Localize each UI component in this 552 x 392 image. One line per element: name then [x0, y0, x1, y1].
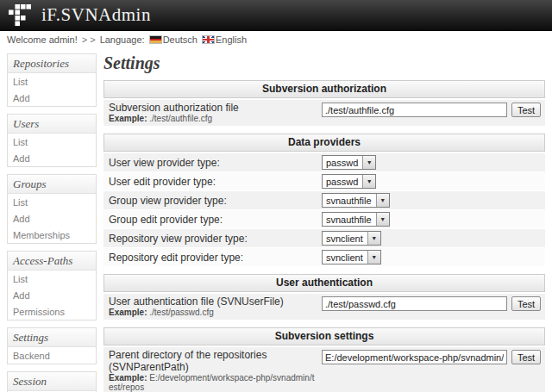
- sidebar-item-add[interactable]: Add: [8, 150, 96, 166]
- sidebar-item-memberships[interactable]: Memberships: [8, 227, 96, 243]
- test-button[interactable]: Test: [511, 103, 541, 117]
- sidebar-item-list[interactable]: List: [8, 194, 96, 210]
- sidebar-section-access-paths: Access-PathsListAddPermissions: [7, 251, 97, 320]
- test-button[interactable]: Test: [511, 350, 541, 364]
- app-logo-icon: [9, 4, 31, 27]
- chevron-down-icon: ▼: [376, 194, 389, 207]
- settings-row: Group edit provider type:svnauthfile▼: [104, 210, 545, 228]
- app-header: iF.SVNAdmin: [0, 0, 552, 31]
- sidebar-item-permissions[interactable]: Permissions: [8, 303, 96, 320]
- row-label-cell: Repository edit provider type:: [104, 249, 322, 266]
- row-label: User view provider type:: [109, 157, 317, 169]
- language-link-deutsch[interactable]: Deutsch: [149, 34, 198, 45]
- sidebar-section-session: SessionChange passwordLogout: [7, 371, 97, 392]
- chevron-down-icon: ▼: [367, 251, 380, 264]
- group-view-provider-type-select[interactable]: svnauthfile▼: [322, 193, 390, 208]
- sidebar-item-add[interactable]: Add: [8, 210, 96, 227]
- row-control-cell: Test: [322, 294, 545, 320]
- language-link-english[interactable]: English: [202, 34, 247, 45]
- parent-directory-of-the-repositories-svnparentpath-input[interactable]: [322, 350, 507, 364]
- row-label: Parent directory of the repositories (SV…: [109, 349, 317, 373]
- welcome-text: Welcome admin!: [7, 34, 78, 45]
- app-title: iF.SVNAdmin: [41, 4, 151, 26]
- breadcrumb-separator: > >: [82, 34, 96, 45]
- settings-row: Repository view provider type:svnclient▼: [104, 229, 545, 247]
- chevron-down-icon: ▼: [376, 213, 389, 226]
- sidebar-item-list[interactable]: List: [8, 271, 96, 287]
- select-value: svnclient: [323, 251, 367, 264]
- sidebar-item-add[interactable]: Add: [8, 90, 96, 106]
- sidebar-section-settings: SettingsBackend: [7, 327, 97, 364]
- row-control-cell: Test: [322, 100, 545, 126]
- settings-row: User authentication file (SVNUserFile)Ex…: [104, 294, 545, 320]
- row-control-cell: svnauthfile▼: [322, 212, 545, 227]
- row-example: Example: ./test/passwd.cfg: [109, 308, 317, 317]
- row-label-cell: Repository view provider type:: [104, 230, 322, 247]
- row-control-cell: passwd▼: [322, 174, 545, 189]
- user-view-provider-type-select[interactable]: passwd▼: [322, 155, 376, 170]
- section-title: Data providers: [104, 134, 545, 152]
- settings-row: User view provider type:passwd▼: [104, 153, 545, 171]
- settings-sections: Subversion authorizationSubversion autho…: [104, 80, 545, 392]
- row-label: Group edit provider type:: [109, 214, 317, 226]
- row-control-cell: svnclient▼: [322, 250, 545, 264]
- sidebar-section-repositories: RepositoriesListAdd: [7, 53, 97, 107]
- row-control-cell: svnclient▼: [322, 231, 545, 246]
- example-label: Example:: [109, 114, 149, 123]
- section-title: Subversion authorization: [104, 80, 545, 98]
- row-label: Repository edit provider type:: [109, 252, 317, 264]
- select-value: svnauthfile: [323, 213, 376, 226]
- row-label-cell: Group edit provider type:: [104, 211, 322, 228]
- sidebar-section-title: Access-Paths: [8, 252, 96, 271]
- sidebar-item-backend[interactable]: Backend: [8, 347, 96, 364]
- row-label-cell: Group view provider type:: [104, 192, 322, 209]
- row-control-cell: passwd▼: [322, 155, 545, 170]
- repository-edit-provider-type-select[interactable]: svnclient▼: [322, 250, 381, 264]
- sidebar-item-add[interactable]: Add: [8, 287, 96, 303]
- example-label: Example:: [109, 308, 149, 317]
- settings-row: Group view provider type:svnauthfile▼: [104, 191, 545, 209]
- welcome-bar: Welcome admin! > > Language: Deutsch Eng…: [0, 31, 552, 48]
- row-control-cell: svnauthfile▼: [322, 193, 545, 208]
- settings-row: Parent directory of the repositories (SV…: [104, 347, 545, 392]
- section-subversion-settings: Subversion settingsParent directory of t…: [104, 327, 545, 392]
- row-label: Subversion authorization file: [109, 102, 317, 114]
- settings-row: Repository edit provider type:svnclient▼: [104, 248, 545, 266]
- sidebar-section-title: Groups: [8, 175, 96, 194]
- section-title: User authentication: [104, 274, 545, 292]
- sidebar-section-title: Settings: [8, 328, 96, 347]
- language-link-english-label: English: [216, 34, 247, 45]
- row-example: Example: E:/development/workspace-php/sv…: [109, 373, 317, 392]
- test-button[interactable]: Test: [511, 296, 541, 311]
- select-value: svnclient: [323, 232, 367, 245]
- sidebar: RepositoriesListAddUsersListAddGroupsLis…: [7, 53, 97, 392]
- example-label: Example:: [109, 373, 149, 383]
- language-label: Language:: [100, 34, 145, 45]
- select-value: svnauthfile: [323, 194, 376, 207]
- row-label: Group view provider type:: [109, 195, 317, 207]
- main-panel: Settings Subversion authorizationSubvers…: [104, 53, 545, 392]
- sidebar-item-list[interactable]: List: [8, 134, 96, 150]
- row-label-cell: Subversion authorization fileExample: ./…: [104, 100, 322, 126]
- user-edit-provider-type-select[interactable]: passwd▼: [322, 174, 376, 189]
- row-label-cell: Parent directory of the repositories (SV…: [104, 347, 322, 392]
- sidebar-item-list[interactable]: List: [8, 73, 96, 90]
- german-flag-icon: [149, 35, 162, 44]
- sidebar-section-title: Session: [8, 372, 96, 391]
- row-label: User edit provider type:: [109, 176, 317, 188]
- row-label-cell: User authentication file (SVNUserFile)Ex…: [104, 294, 322, 320]
- chevron-down-icon: ▼: [367, 232, 380, 245]
- content: RepositoriesListAddUsersListAddGroupsLis…: [0, 48, 552, 392]
- section-user-authentication: User authenticationUser authentication f…: [104, 274, 545, 320]
- subversion-authorization-file-input[interactable]: [322, 103, 507, 117]
- group-edit-provider-type-select[interactable]: svnauthfile▼: [322, 212, 390, 227]
- section-title: Subversion settings: [104, 327, 545, 345]
- chevron-down-icon: ▼: [362, 156, 375, 169]
- select-value: passwd: [323, 175, 362, 188]
- row-label: User authentication file (SVNUserFile): [109, 296, 317, 308]
- repository-view-provider-type-select[interactable]: svnclient▼: [322, 231, 381, 246]
- user-authentication-file-svnuserfile-input[interactable]: [322, 296, 507, 311]
- sidebar-section-title: Repositories: [8, 54, 96, 73]
- sidebar-section-title: Users: [8, 115, 96, 134]
- row-label: Repository view provider type:: [109, 233, 317, 245]
